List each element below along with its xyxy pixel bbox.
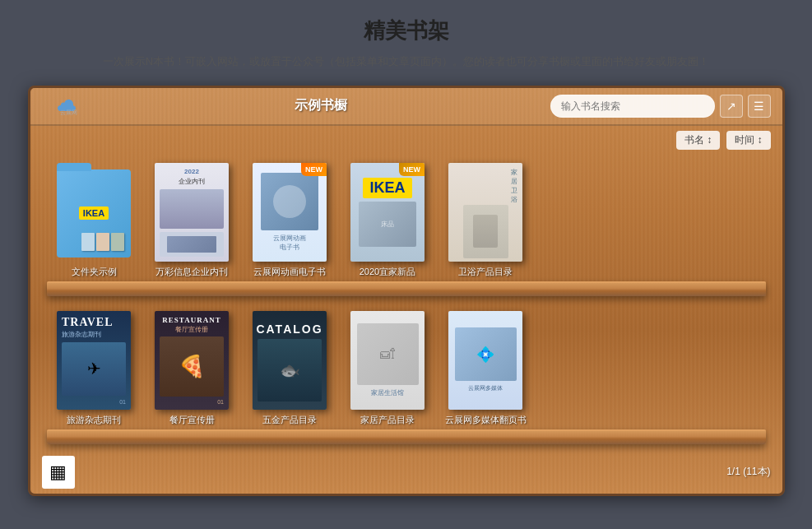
new-badge-ikea2020: NEW [399, 163, 425, 176]
book-label-folder: 文件夹示例 [51, 266, 137, 278]
search-input[interactable] [550, 95, 715, 118]
book-label-wancai: 万彩信息企业内刊 [149, 266, 235, 278]
shelf-plank-1 [47, 281, 766, 296]
sort-by-name-button[interactable]: 书名 ↕ [676, 131, 720, 150]
book-label-catalog: 五金产品目录 [247, 414, 333, 426]
book-item-yunzhan[interactable]: NEW 云展网动画 电子书 云展网动画电子书 [247, 163, 333, 278]
cloud-logo-icon: 云展网 [55, 97, 78, 115]
book-label-duomei: 云展网多媒体翻页书 [443, 414, 529, 426]
book-item-wancai[interactable]: 2022 企业内刊 万彩信息企业内刊 [149, 163, 235, 278]
list-button[interactable]: ☰ [748, 95, 771, 118]
book-label-ikea2020: 2020宜家新品 [345, 266, 431, 278]
book-cover-duomei: 💠 云展网多媒体 [448, 311, 522, 410]
qr-code-area: ▦ [42, 456, 75, 489]
page-title: 精美书架 [364, 16, 449, 45]
book-item-catalog[interactable]: CATALOG 🐟 五金产品目录 [247, 311, 333, 426]
bookshelf-widget: 云展网 示例书橱 ↗ ☰ 书名 ↕ 时间 ↕ [28, 86, 785, 496]
logo-area: 云展网 [42, 97, 91, 115]
book-item-folder[interactable]: IKEA 文件夹示例 [51, 163, 137, 278]
book-item-jiaju[interactable]: 🛋 家居生活馆 家居产品目录 [345, 311, 431, 426]
page-subtitle: 一次展示N本书！可嵌入网站，或放置于公众号（包括菜单和文章页面内）。您的读者也可… [103, 53, 709, 71]
search-area: ↗ ☰ [550, 95, 771, 118]
shelf-row-2: TRAVEL 旅游杂志期刊 ✈ 01 旅游杂志期刊 [47, 311, 766, 451]
share-button[interactable]: ↗ [720, 95, 743, 118]
shelf-plank-2 [47, 429, 766, 444]
book-label-weiy: 卫浴产品目录 [443, 266, 529, 278]
share-icon: ↗ [726, 100, 736, 113]
books-row-1: IKEA 文件夹示例 [47, 163, 766, 281]
book-cover-wancai: 2022 企业内刊 [155, 163, 229, 262]
book-cover-folder: IKEA [57, 163, 131, 262]
book-cover-ikea2020: NEW IKEA 床品 [350, 163, 425, 262]
shelf-title-text: 示例书橱 [91, 97, 550, 114]
svg-text:云展网: 云展网 [60, 109, 77, 115]
book-item-ikea2020[interactable]: NEW IKEA 床品 2020宜家新品 [345, 163, 431, 278]
book-cover-catalog: CATALOG 🐟 [253, 311, 327, 410]
book-cover-restaurant: RESTAURANT 餐厅宣传册 🍕 01 [155, 311, 229, 410]
book-cover-yunzhan: NEW 云展网动画 电子书 [253, 163, 327, 262]
shelf-row-1: IKEA 文件夹示例 [47, 163, 766, 303]
book-cover-travel: TRAVEL 旅游杂志期刊 ✈ 01 [57, 311, 131, 410]
new-badge-yunzhan: NEW [301, 163, 327, 176]
book-item-travel[interactable]: TRAVEL 旅游杂志期刊 ✈ 01 旅游杂志期刊 [51, 311, 137, 426]
books-row-2: TRAVEL 旅游杂志期刊 ✈ 01 旅游杂志期刊 [47, 311, 766, 429]
bottom-bar: ▦ 1/1 (11本) [30, 451, 782, 494]
book-cover-weiy: 家居卫浴 [448, 163, 522, 262]
book-cover-jiaju: 🛋 家居生活馆 [350, 311, 425, 410]
book-label-yunzhan: 云展网动画电子书 [247, 266, 333, 278]
book-item-weiy[interactable]: 家居卫浴 卫浴产品目录 [443, 163, 529, 278]
book-item-duomei[interactable]: 💠 云展网多媒体 云展网多媒体翻页书 [443, 311, 529, 426]
book-label-restaurant: 餐厅宣传册 [149, 414, 235, 426]
book-label-travel: 旅游杂志期刊 [51, 414, 137, 426]
page-count: 1/1 (11本) [726, 465, 770, 479]
shelf-header: 云展网 示例书橱 ↗ ☰ [30, 88, 782, 126]
book-label-jiaju: 家居产品目录 [345, 414, 431, 426]
shelf-section: IKEA 文件夹示例 [30, 155, 782, 451]
sort-by-time-button[interactable]: 时间 ↕ [726, 131, 770, 150]
qr-icon: ▦ [49, 462, 67, 483]
book-item-restaurant[interactable]: RESTAURANT 餐厅宣传册 🍕 01 餐厅宣传册 [149, 311, 235, 426]
list-icon: ☰ [754, 100, 764, 113]
sort-bar: 书名 ↕ 时间 ↕ [30, 126, 782, 155]
